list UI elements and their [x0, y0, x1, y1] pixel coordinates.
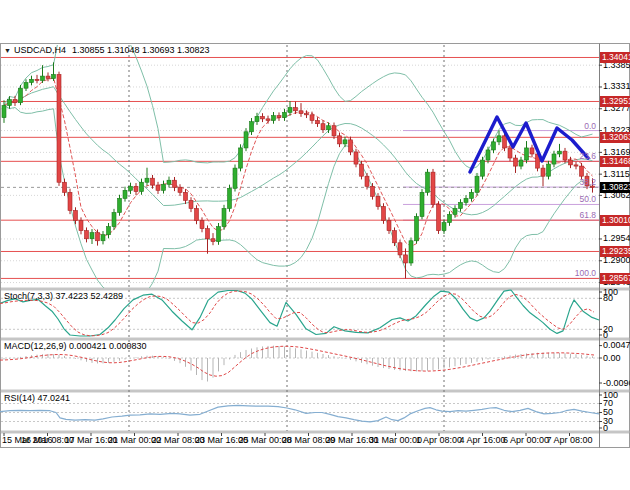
indicator-scale-label: 0 [603, 424, 608, 433]
candle-body [211, 239, 215, 242]
panel-separator [1, 288, 630, 290]
candle-body [541, 168, 545, 176]
candle-body [409, 241, 413, 263]
candle-body [442, 223, 446, 231]
price-level-badge: 1.29235 [600, 246, 630, 257]
candle-body [30, 79, 34, 82]
candle-body [24, 83, 28, 89]
candle-body [360, 164, 364, 176]
candle-body [492, 142, 496, 150]
candle-body [2, 106, 6, 118]
candle-body [90, 233, 94, 239]
candle-body [398, 243, 402, 255]
macd-label: MACD(12,26,9) 0.000421 0.000830 [4, 341, 147, 351]
price-level-badge: 1.34041 [600, 52, 630, 63]
ohlc-values: 1.30855 1.31048 1.30693 1.30823 [72, 45, 210, 55]
indicator-scale-label: 80 [603, 294, 613, 303]
candle-body [96, 233, 100, 241]
candle-body [178, 187, 182, 192]
candle-body [217, 227, 221, 242]
chart-title: ▼USDCAD,H41.30855 1.31048 1.30693 1.3082… [4, 45, 210, 55]
stoch-label: Stoch(7,3,3) 37.4223 52.4289 [4, 291, 123, 301]
candle-body [294, 108, 298, 111]
candle-body [46, 76, 50, 78]
candle-body [497, 136, 501, 142]
candle-body [393, 231, 397, 243]
price-axis-label: 1.31150 [603, 170, 630, 179]
candle-body [343, 140, 347, 144]
candle-body [101, 235, 105, 241]
mt4-chart-window: ▼USDCAD,H41.30855 1.31048 1.30693 1.3082… [0, 0, 630, 490]
candle-body [305, 114, 309, 115]
candle-body [52, 74, 56, 78]
candle-body [79, 221, 83, 231]
candle-body [338, 136, 342, 144]
candle-body [8, 99, 12, 105]
candle-body [85, 231, 89, 239]
candle-body [299, 111, 303, 114]
fib-level-label: 38.2 [0, 178, 596, 187]
candle-body [503, 136, 507, 148]
price-level-badge: 1.32063 [600, 132, 630, 143]
candle-body [481, 160, 485, 176]
fib-level-label: 100.0 [0, 269, 596, 278]
indicator-scale-label: 0.004761 [603, 341, 630, 350]
price-level-badge: 1.31468 [600, 156, 630, 167]
price-level-badge: 1.30010 [600, 215, 630, 226]
candle-body [349, 140, 353, 152]
panel-separator [1, 338, 630, 340]
panel-separator [1, 431, 630, 433]
price-level-badge: 1.32951 [600, 96, 630, 107]
candle-body [107, 227, 111, 235]
candle-body [266, 119, 270, 121]
time-axis-label: 31 Mar 00:00 [369, 436, 422, 445]
candle-body [244, 132, 248, 148]
candle-body [574, 165, 578, 166]
candle-body [547, 164, 551, 176]
candle-body [580, 166, 584, 176]
time-axis-label: 7 Apr 08:00 [546, 436, 592, 445]
symbol-dropdown-icon[interactable]: ▼ [4, 47, 11, 54]
candle-body [288, 108, 292, 113]
candle-body [283, 112, 287, 117]
time-axis-label: 6 Apr 00:00 [503, 436, 549, 445]
candle-body [404, 255, 408, 263]
candle-body [200, 221, 204, 229]
panel-separator [1, 390, 630, 392]
candle-body [415, 217, 419, 241]
candle-body [35, 79, 39, 80]
price-level-badge: 1.28567 [600, 273, 630, 284]
candle-body [310, 115, 314, 121]
fib-level-label: 0.0 [0, 122, 596, 131]
price-axis-label: 1.29005 [603, 256, 630, 265]
symbol-timeframe: USDCAD,H4 [14, 45, 66, 55]
time-axis-label: 1 Apr 08:00 [416, 436, 462, 445]
indicator-scale-label: 0 [603, 331, 608, 340]
fib-level-label: 61.8 [0, 211, 596, 220]
indicator-scale-label: 0.00 [603, 354, 621, 363]
candle-body [272, 116, 276, 121]
chart-frame [1, 44, 630, 448]
rsi-label: RSI(14) 47.0241 [4, 393, 70, 403]
candle-body [277, 116, 281, 118]
fib-level-label: 50.0 [0, 195, 596, 204]
fib-level-label: 23.6 [0, 152, 596, 161]
current-price-badge: 1.30823 [600, 182, 630, 193]
chart-plot-area[interactable] [0, 0, 630, 490]
candle-body [19, 88, 23, 103]
time-axis-label: 4 Apr 16:00 [459, 436, 505, 445]
candle-body [206, 229, 210, 239]
candle-body [41, 76, 45, 80]
price-axis-label: 1.33310 [603, 82, 630, 91]
candle-body [13, 99, 17, 102]
indicator-scale-label: -0.00962 [603, 379, 630, 388]
candle-body [261, 116, 265, 118]
candle-body [387, 221, 391, 231]
price-axis-label: 1.29545 [603, 234, 630, 243]
